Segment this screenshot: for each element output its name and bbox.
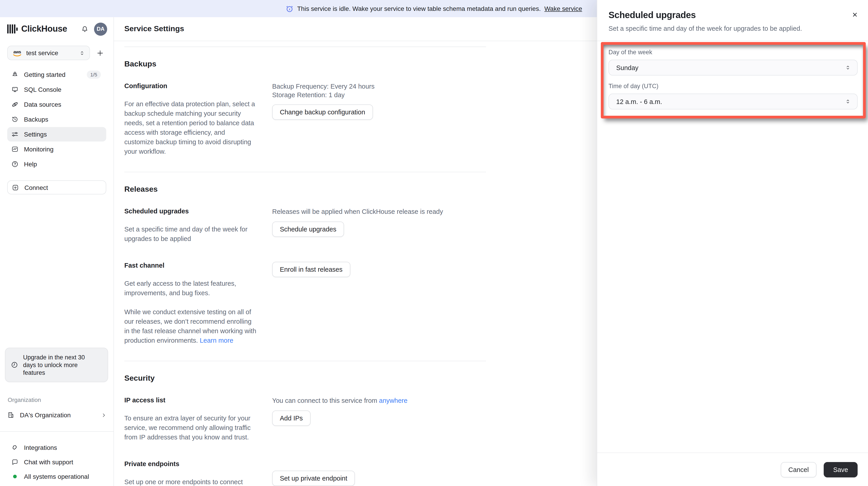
cancel-button[interactable]: Cancel — [781, 462, 816, 477]
sidebar-item-label: Help — [24, 160, 101, 168]
wake-service-link[interactable]: Wake service — [544, 5, 582, 12]
aws-provider-icon: aws — [12, 50, 22, 56]
banner-text: This service is idle. Wake your service … — [297, 5, 541, 12]
notifications-bell-icon[interactable] — [81, 25, 89, 33]
stepper-chevrons-icon — [79, 50, 85, 56]
sidebar-item-settings[interactable]: Settings — [7, 127, 106, 142]
stepper-chevrons-icon — [845, 98, 851, 105]
ip-connect-note: You can connect to this service from any… — [272, 396, 408, 405]
puzzle-icon — [11, 444, 19, 451]
backups-heading: Backups — [124, 60, 486, 69]
brand-name: ClickHouse — [21, 24, 81, 34]
close-icon[interactable]: ✕ — [850, 10, 860, 20]
security-section: Security IP access list To ensure an ext… — [124, 361, 486, 486]
security-heading: Security — [124, 374, 486, 383]
ip-access-list-description: To ensure an extra layer of security for… — [124, 414, 256, 442]
service-selector[interactable]: aws test service — [7, 45, 90, 60]
backups-section: Backups Configuration For an effective d… — [124, 47, 486, 172]
add-ips-button[interactable]: Add IPs — [272, 410, 311, 426]
fast-channel-warning: While we conduct extensive testing on al… — [124, 307, 256, 345]
configuration-label: Configuration — [124, 82, 262, 90]
organization-selector[interactable]: DA's Organization — [7, 409, 107, 421]
panel-header: Scheduled upgrades Set a specific time a… — [597, 0, 868, 41]
sidebar-item-label: Data sources — [24, 101, 101, 108]
avatar[interactable]: DA — [94, 22, 107, 35]
release-ready-note: Releases will be applied when ClickHouse… — [272, 208, 443, 216]
setup-private-endpoint-button[interactable]: Set up private endpoint — [272, 470, 355, 486]
organization-name: DA's Organization — [20, 412, 95, 419]
anywhere-link[interactable]: anywhere — [379, 397, 408, 404]
time-of-day-select[interactable]: 12 a.m. - 6 a.m. — [609, 94, 858, 110]
schedule-upgrades-button[interactable]: Schedule upgrades — [272, 221, 344, 237]
backup-frequency-value: Backup Frequency: Every 24 hours — [272, 82, 375, 91]
sidebar-item-label: Getting started — [24, 71, 81, 78]
day-of-week-select[interactable]: Sunday — [609, 60, 858, 75]
snooze-clock-icon: z — [286, 5, 293, 12]
console-icon — [11, 86, 19, 93]
add-service-button[interactable] — [95, 49, 104, 57]
sidebar: ClickHouse DA aws test service — [0, 17, 114, 486]
service-row: aws test service — [0, 45, 114, 60]
storage-retention-value: Storage Retention: 1 day — [272, 91, 375, 99]
sidebar-footer: Integrations Chat with support All syste… — [7, 441, 107, 484]
monitoring-chart-icon — [11, 146, 19, 153]
connect-button[interactable]: Connect — [7, 180, 106, 194]
sidebar-item-label: SQL Console — [24, 86, 101, 93]
clickhouse-cloud-app: z This service is idle. Wake your servic… — [0, 0, 868, 486]
scheduled-upgrades-label: Scheduled upgrades — [124, 208, 262, 215]
sidebar-item-label: Settings — [24, 131, 101, 138]
sidebar-item-label: Chat with support — [24, 458, 103, 465]
sidebar-item-label: Monitoring — [24, 146, 101, 153]
sidebar-item-backups[interactable]: Backups — [7, 112, 106, 127]
sidebar-item-label: Integrations — [24, 444, 103, 451]
help-icon — [11, 160, 19, 168]
backup-history-icon — [11, 116, 19, 123]
system-status-row[interactable]: All systems operational — [7, 469, 107, 483]
sidebar-item-help[interactable]: Help — [7, 157, 106, 171]
system-status-label: All systems operational — [24, 473, 103, 480]
organization-building-icon — [7, 412, 14, 419]
brand-row: ClickHouse DA — [0, 17, 114, 41]
sidebar-item-label: Backups — [24, 116, 101, 123]
sidebar-item-integrations[interactable]: Integrations — [7, 441, 107, 454]
sidebar-nav: Getting started 1/5 SQL Console Data sou… — [0, 67, 114, 171]
settings-sections: Backups Configuration For an effective d… — [124, 47, 486, 486]
chat-bubble-icon — [11, 458, 19, 465]
upgrade-clock-icon — [11, 361, 18, 368]
sidebar-item-getting-started[interactable]: Getting started 1/5 — [7, 67, 106, 82]
private-endpoints-label: Private endpoints — [124, 460, 262, 467]
releases-section: Releases Scheduled upgrades Set a specif… — [124, 172, 486, 361]
sliders-icon — [11, 131, 19, 138]
private-endpoints-description: Set up one or more endpoints to connect … — [124, 478, 266, 486]
data-orbit-icon — [11, 101, 19, 108]
fast-channel-label: Fast channel — [124, 262, 262, 269]
change-backup-configuration-button[interactable]: Change backup configuration — [272, 104, 373, 120]
enroll-fast-releases-button[interactable]: Enroll in fast releases — [272, 262, 350, 277]
save-button[interactable]: Save — [824, 462, 858, 477]
sidebar-footer-divider — [0, 431, 114, 432]
fast-channel-description: Get early access to the latest features,… — [124, 279, 256, 298]
sidebar-item-data-sources[interactable]: Data sources — [7, 97, 106, 112]
service-name: test service — [26, 49, 75, 57]
sidebar-item-monitoring[interactable]: Monitoring — [7, 142, 106, 156]
stepper-chevrons-icon — [845, 64, 851, 71]
organization-section-label: Organization — [8, 396, 41, 403]
getting-started-progress-badge: 1/5 — [87, 70, 101, 79]
day-of-week-value: Sunday — [616, 64, 845, 71]
sidebar-item-chat-support[interactable]: Chat with support — [7, 455, 107, 469]
upgrade-notice-card[interactable]: Upgrade in the next 30 days to unlock mo… — [5, 348, 108, 382]
rocket-icon — [11, 71, 19, 78]
svg-text:z: z — [289, 7, 290, 11]
panel-title: Scheduled upgrades — [609, 10, 857, 20]
clickhouse-logo-icon — [7, 24, 18, 33]
time-of-day-value: 12 a.m. - 6 a.m. — [616, 98, 845, 105]
scheduled-upgrades-panel: Scheduled upgrades Set a specific time a… — [597, 0, 868, 486]
scheduled-upgrades-description: Set a specific time and day of the week … — [124, 225, 256, 244]
panel-body: Day of the week Sunday Time of day (UTC)… — [597, 41, 868, 110]
panel-footer: Cancel Save — [597, 453, 868, 486]
learn-more-link[interactable]: Learn more — [200, 337, 233, 344]
backups-description: For an effective data protection plan, s… — [124, 99, 256, 156]
ip-access-list-label: IP access list — [124, 396, 262, 404]
upgrade-notice-text: Upgrade in the next 30 days to unlock mo… — [23, 353, 97, 376]
sidebar-item-sql-console[interactable]: SQL Console — [7, 82, 106, 97]
